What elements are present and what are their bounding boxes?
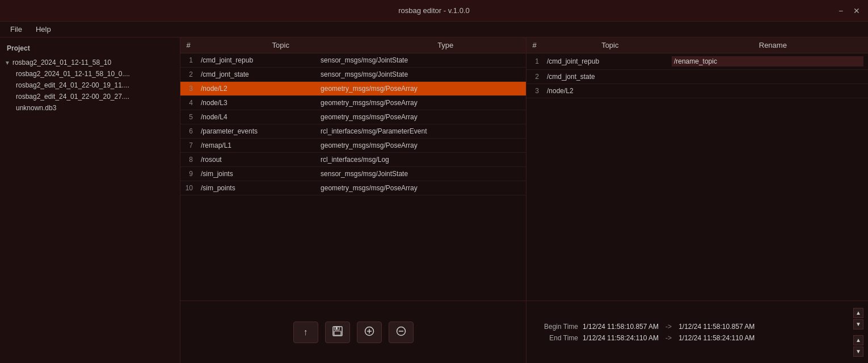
end-time-label: End Time (536, 334, 578, 342)
left-table-row[interactable]: 4 /node/L3 geometry_msgs/msg/PoseArray (180, 96, 526, 110)
sidebar-root-label: rosbag2_2024_01_12-11_58_10 (12, 59, 111, 66)
row-topic: /cmd_joint_repub (196, 53, 316, 68)
left-table-row[interactable]: 9 /sim_joints sensor_msgs/msg/JointState (180, 167, 526, 181)
upload-icon: ↑ (304, 327, 308, 337)
left-table-row[interactable]: 1 /cmd_joint_repub sensor_msgs/msg/Joint… (180, 53, 526, 68)
add-button[interactable] (357, 322, 382, 343)
save-icon (332, 326, 343, 339)
row-topic: /node/L2 (542, 84, 667, 98)
left-table-row[interactable]: 6 /parameter_events rcl_interfaces/msg/P… (180, 124, 526, 139)
row-topic: /cmd_joint_repub (542, 53, 667, 70)
sidebar-header: Project (0, 42, 180, 57)
bottom-toolbar: ↑ (180, 301, 526, 363)
tree-arrow-icon: ▼ (5, 60, 10, 66)
row-num: 9 (180, 167, 196, 181)
row-num: 4 (180, 96, 196, 110)
app-title: rosbag editor - v.1.0.0 (398, 6, 470, 15)
tables-area: # Topic Type 1 /cmd_joint_repub sensor_m… (180, 37, 868, 301)
left-table: # Topic Type (180, 37, 526, 53)
row-num: 6 (180, 124, 196, 139)
begin-time-end: 1/12/24 11:58:10.857 AM (679, 323, 755, 331)
begin-arrow: -> (665, 323, 672, 331)
row-num: 3 (180, 82, 196, 96)
bottom-area: ↑ (180, 301, 868, 363)
titlebar: rosbag editor - v.1.0.0 − ✕ (0, 0, 868, 22)
left-table-row[interactable]: 5 /node/L4 geometry_msgs/msg/PoseArray (180, 110, 526, 124)
left-col-topic: Topic (196, 37, 365, 53)
row-num: 3 (526, 84, 542, 98)
right-table-row[interactable]: 1 /cmd_joint_repub (526, 53, 868, 70)
right-col-num: # (526, 37, 542, 53)
scroll-up-begin[interactable]: ▲ (853, 308, 863, 318)
close-button[interactable]: ✕ (850, 4, 863, 18)
row-num: 10 (180, 181, 196, 195)
end-time-start: 1/12/24 11:58:24:110 AM (583, 334, 659, 342)
right-table-header: # Topic Rename (526, 37, 868, 53)
sidebar-item-2[interactable]: rosbag2_edit_24_01_22-00_20_27.... (9, 91, 180, 102)
right-col-topic: Topic (542, 37, 678, 53)
row-type: rcl_interfaces/msg/ParameterEvent (316, 124, 526, 139)
row-topic: /node/L4 (196, 110, 316, 124)
begin-time-start: 1/12/24 11:58:10.857 AM (583, 323, 659, 331)
sidebar-item-1[interactable]: rosbag2_edit_24_01_22-00_19_11.... (9, 80, 180, 91)
end-arrow: -> (665, 334, 672, 342)
row-topic: /rosout (196, 153, 316, 167)
scroll-arrows: ▲ ▼ ▲ ▼ (853, 308, 863, 357)
window-controls: − ✕ (834, 4, 863, 18)
row-topic: /parameter_events (196, 124, 316, 139)
sidebar-item-3[interactable]: unknown.db3 (9, 102, 180, 114)
left-table-row[interactable]: 8 /rosout rcl_interfaces/msg/Log (180, 153, 526, 167)
begin-time-label: Begin Time (536, 323, 578, 331)
row-topic: /remap/L1 (196, 139, 316, 153)
left-col-type: Type (365, 37, 526, 53)
right-panel: # Topic Type 1 /cmd_joint_repub sensor_m… (180, 37, 868, 363)
row-topic: /cmd_jont_state (196, 68, 316, 82)
sidebar-root-item[interactable]: ▼ rosbag2_2024_01_12-11_58_10 (0, 57, 180, 68)
bottom-time-info: Begin Time 1/12/24 11:58:10.857 AM -> 1/… (526, 301, 868, 363)
scroll-down-end[interactable]: ▼ (853, 347, 863, 357)
row-topic: /node/L3 (196, 96, 316, 110)
sidebar-item-0[interactable]: rosbag2_2024_01_12-11_58_10_0.... (9, 68, 180, 80)
remove-button[interactable] (389, 322, 414, 343)
scroll-up-end[interactable]: ▲ (853, 335, 863, 345)
row-type: geometry_msgs/msg/PoseArray (316, 110, 526, 124)
rename-cell-empty (667, 70, 868, 84)
rename-input[interactable] (672, 56, 863, 66)
row-num: 2 (526, 70, 542, 84)
row-topic: /sim_points (196, 181, 316, 195)
left-table-row[interactable]: 7 /remap/L1 geometry_msgs/msg/PoseArray (180, 139, 526, 153)
menu-file[interactable]: File (5, 24, 28, 35)
scroll-down-begin[interactable]: ▼ (853, 319, 863, 329)
sidebar-children: rosbag2_2024_01_12-11_58_10_0.... rosbag… (0, 68, 180, 114)
menu-help[interactable]: Help (30, 24, 57, 35)
right-table-row[interactable]: 3 /node/L2 (526, 84, 868, 98)
left-table-body: 1 /cmd_joint_repub sensor_msgs/msg/Joint… (180, 53, 526, 195)
row-type: sensor_msgs/msg/JointState (316, 167, 526, 181)
minimize-button[interactable]: − (834, 4, 848, 18)
rename-cell[interactable] (667, 53, 868, 70)
left-table-row[interactable]: 10 /sim_points geometry_msgs/msg/PoseArr… (180, 181, 526, 195)
row-num: 7 (180, 139, 196, 153)
row-type: geometry_msgs/msg/PoseArray (316, 139, 526, 153)
begin-time-row: Begin Time 1/12/24 11:58:10.857 AM -> 1/… (536, 323, 859, 331)
row-type: sensor_msgs/msg/JointState (316, 68, 526, 82)
right-table-scroll[interactable]: 1 /cmd_joint_repub 2 /cmd_jont_state 3 /… (526, 53, 868, 301)
row-topic: /sim_joints (196, 167, 316, 181)
left-table-scroll[interactable]: 1 /cmd_joint_repub sensor_msgs/msg/Joint… (180, 53, 526, 301)
row-num: 1 (180, 53, 196, 68)
save-button[interactable] (325, 322, 350, 343)
svg-rect-3 (336, 327, 338, 329)
left-table-row[interactable]: 3 /node/L2 geometry_msgs/msg/PoseArray (180, 82, 526, 96)
right-col-rename: Rename (678, 37, 868, 53)
row-type: geometry_msgs/msg/PoseArray (316, 96, 526, 110)
upload-button[interactable]: ↑ (293, 322, 318, 343)
add-icon (364, 326, 374, 339)
left-col-num: # (180, 37, 196, 53)
row-num: 2 (180, 68, 196, 82)
row-type: geometry_msgs/msg/PoseArray (316, 82, 526, 96)
left-table-row[interactable]: 2 /cmd_jont_state sensor_msgs/msg/JointS… (180, 68, 526, 82)
right-table-row[interactable]: 2 /cmd_jont_state (526, 70, 868, 84)
right-table-container: # Topic Rename 1 /cmd_joint_repub 2 /cmd… (526, 37, 868, 301)
svg-rect-2 (334, 331, 341, 335)
row-num: 5 (180, 110, 196, 124)
